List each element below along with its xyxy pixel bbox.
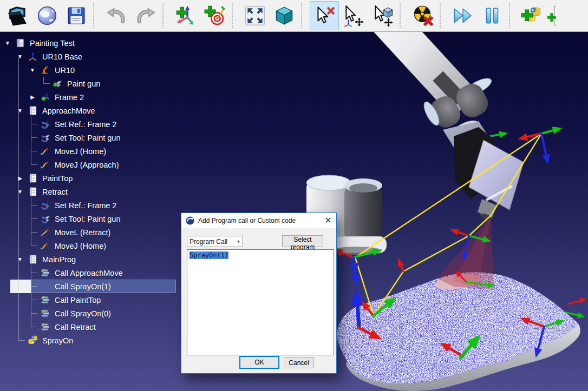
tree-item-ur10-base[interactable]: ▼UR10 Base (0, 50, 180, 63)
undo-icon (105, 4, 128, 27)
movel-icon (40, 227, 50, 237)
toolbar-separator (93, 3, 99, 28)
cursor-move-robot-icon (371, 4, 394, 27)
tree-item-approachmove[interactable]: ▼ApproachMove (0, 104, 180, 117)
toolbar-separator (509, 3, 514, 28)
tree-item-call-approachmove[interactable]: Call ApproachMove (0, 266, 180, 280)
tree-guide-line (31, 232, 37, 233)
pause-icon (481, 4, 504, 27)
tree-item-ur10[interactable]: ▼UR10 (0, 63, 180, 77)
chevron-expanded-icon[interactable]: ▼ (16, 189, 24, 195)
add-item-icon (547, 4, 557, 27)
add-item-button[interactable] (547, 1, 557, 30)
tree-item-call-sprayon-0[interactable]: Call SprayOn(0) (0, 307, 180, 320)
collision-off-icon (411, 4, 434, 27)
tree-item-call-sprayon-1[interactable]: Call SprayOn(1) (0, 280, 180, 293)
tree-item-label: Set Ref.: Frame 2 (55, 201, 116, 210)
frametarget-icon (40, 92, 50, 102)
fit-to-screen-button[interactable] (240, 1, 270, 30)
tree-guide-line (31, 151, 37, 151)
chevron-down-icon: ▼ (237, 240, 240, 243)
call-icon (40, 322, 50, 332)
chevron-expanded-icon[interactable]: ▼ (3, 40, 12, 46)
add-program-call-dialog: Add Program call or Custom code ✕ Progra… (181, 213, 337, 374)
station-icon (15, 38, 25, 48)
tree-item-frame-2[interactable]: ▶Frame 2 (0, 90, 180, 104)
tree-item-call-painttop[interactable]: Call PaintTop (0, 293, 180, 307)
redo-icon (134, 4, 157, 27)
tree-item-paint-gun[interactable]: Paint gun (0, 77, 180, 90)
tree-item-label: Set Tool: Paint gun (55, 215, 120, 223)
tree-item-retract[interactable]: ▼Retract (0, 185, 180, 198)
dialog-titlebar[interactable]: Add Program call or Custom code ✕ (181, 213, 336, 228)
tree-item-set-tool-paint-gun[interactable]: Set Tool: Paint gun (0, 212, 180, 226)
tree-guide-line (18, 340, 25, 341)
chevron-expanded-icon[interactable]: ▼ (16, 108, 24, 114)
tree-item-call-retract[interactable]: Call Retract (0, 320, 180, 334)
add-target-button[interactable] (200, 1, 230, 30)
chevron-expanded-icon[interactable]: ▼ (28, 67, 37, 73)
station-tree: ▼Painting Test▼UR10 Base▼UR10Paint gun▶F… (0, 32, 180, 357)
chevron-expanded-icon[interactable]: ▼ (16, 256, 24, 262)
open-station-button[interactable] (3, 1, 32, 30)
chevron-collapsed-icon[interactable]: ▶ (16, 175, 24, 181)
settool-icon (40, 214, 50, 224)
tree-item-set-tool-paint-gun[interactable]: Set Tool: Paint gun (0, 131, 180, 144)
tree-item-sprayon[interactable]: SprayOn (0, 334, 180, 347)
tree-item-label: SprayOn (42, 336, 73, 345)
chevron-collapsed-icon[interactable]: ▶ (28, 94, 37, 100)
tree-item-mainprog[interactable]: ▼MainProg (0, 253, 180, 266)
tree-item-movej-home[interactable]: MoveJ (Home) (0, 239, 180, 253)
isometric-view-button[interactable] (270, 1, 299, 30)
undo-button[interactable] (102, 1, 131, 30)
move-robot-mode-button[interactable] (368, 1, 397, 30)
tree-guide-line (31, 300, 37, 300)
move-reference-mode-button[interactable] (339, 1, 368, 30)
add-target-icon (204, 4, 226, 27)
pause-simulation-button[interactable] (478, 1, 507, 30)
tree-item-movel-retract[interactable]: MoveL (Retract) (0, 226, 180, 239)
chevron-expanded-icon[interactable]: ▼ (16, 54, 24, 59)
tree-item-label: Frame 2 (55, 93, 84, 102)
ok-button[interactable]: OK (239, 356, 279, 369)
tree-item-label: PaintTop (42, 174, 73, 183)
open-online-library-button[interactable] (32, 1, 62, 30)
toolbar-separator (162, 3, 168, 28)
tree-guide-line (31, 164, 37, 165)
tree-item-set-ref-frame-2[interactable]: Set Ref.: Frame 2 (0, 117, 180, 131)
tree-guide-line (31, 327, 37, 327)
tree-item-label: Call SprayOn(0) (55, 309, 111, 318)
select-mode-button[interactable] (310, 1, 339, 30)
select-program-button[interactable]: Select program (282, 235, 323, 247)
toolbar (0, 0, 588, 32)
code-type-select[interactable]: Program Call ▼ (187, 236, 243, 247)
cursor-move-frame-icon (342, 4, 365, 27)
tree-item-painttop[interactable]: ▶PaintTop (0, 171, 180, 185)
fit-icon (244, 4, 266, 27)
tree-item-label: MoveL (Retract) (55, 228, 110, 237)
cancel-button[interactable]: Cancel (284, 357, 314, 368)
tree-item-painting-test[interactable]: ▼Painting Test (0, 36, 180, 50)
tree-item-label: MoveJ (Approach) (55, 161, 119, 169)
close-icon[interactable]: ✕ (320, 213, 336, 228)
tree-item-movej-home[interactable]: MoveJ (Home) (0, 144, 180, 158)
add-python-program-button[interactable] (518, 1, 547, 30)
tree-item-label: Call ApproachMove (55, 269, 123, 277)
collision-check-button[interactable] (408, 1, 437, 30)
tree-item-label: Painting Test (30, 39, 75, 48)
save-icon (65, 4, 88, 27)
save-station-button[interactable] (62, 1, 91, 30)
tree-guide-line (31, 273, 37, 273)
code-input[interactable]: SprayOn(1) (187, 249, 334, 355)
tree-item-label: Retract (42, 188, 68, 196)
program-icon (28, 105, 38, 116)
tree-item-set-ref-frame-2[interactable]: Set Ref.: Frame 2 (0, 198, 180, 212)
tree-item-movej-approach[interactable]: MoveJ (Approach) (0, 158, 180, 171)
call-icon (40, 308, 50, 319)
tree-item-label: MainProg (42, 255, 76, 264)
redo-button[interactable] (131, 1, 160, 30)
fast-simulation-button[interactable] (448, 1, 478, 30)
tree-item-label: MoveJ (Home) (55, 147, 106, 156)
add-reference-frame-button[interactable] (171, 1, 200, 30)
program-icon (28, 254, 38, 264)
